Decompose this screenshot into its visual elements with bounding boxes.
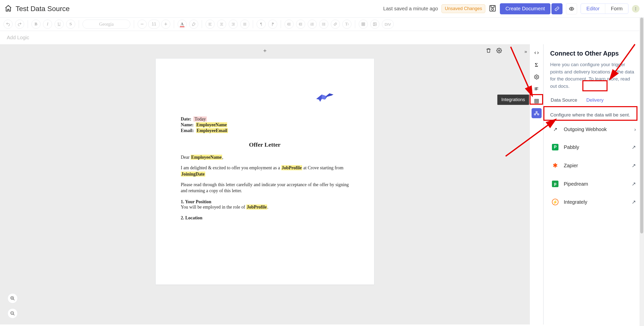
rtl-button[interactable]: ¶ — [268, 20, 277, 29]
logic-toolbar: Add Logic — [0, 31, 644, 44]
doc-heading-1-line: You will be employed in the role of JobP… — [181, 205, 349, 210]
svg-point-13 — [498, 50, 500, 51]
create-document-button[interactable]: Create Document — [500, 3, 550, 14]
var-employee-name[interactable]: EmployeeName — [196, 122, 227, 127]
zoom-out-button[interactable] — [8, 308, 18, 318]
segmented-editor[interactable]: Editor — [581, 4, 605, 14]
chevron-right-icon: › — [634, 127, 636, 132]
table-button[interactable] — [359, 20, 368, 29]
var-today[interactable]: Today — [193, 116, 207, 121]
collapse-panel-button[interactable]: » — [524, 49, 526, 54]
rail-code-icon[interactable] — [532, 48, 542, 58]
separator — [174, 20, 174, 28]
ltr-button[interactable]: ¶ — [257, 20, 266, 29]
doc-name-line: Name: EmployeeName — [181, 122, 349, 128]
redo-button[interactable] — [15, 20, 24, 29]
integration-outgoing-webhook[interactable]: ↗ Outgoing Webhook › — [550, 123, 637, 136]
delete-icon[interactable] — [486, 48, 491, 54]
svg-point-22 — [534, 114, 536, 115]
page-settings-icon[interactable] — [496, 48, 502, 54]
align-right-button[interactable] — [229, 20, 238, 29]
text-style-button[interactable]: TI — [342, 20, 351, 29]
svg-point-6 — [635, 10, 636, 10]
document-page[interactable]: Date: Today Name: EmployeeName Email: Em… — [155, 58, 374, 285]
integrately-icon: ⚡ — [552, 199, 559, 205]
image-button[interactable] — [370, 20, 379, 29]
save-icon[interactable] — [489, 5, 496, 13]
pipedream-icon: p — [552, 181, 559, 187]
svg-rect-1 — [491, 5, 494, 7]
indent-decrease-button[interactable] — [285, 20, 294, 29]
rail-settings-icon[interactable] — [532, 72, 542, 82]
align-center-button[interactable] — [217, 20, 226, 29]
italic-button[interactable]: I — [43, 20, 52, 29]
align-justify-button[interactable] — [240, 20, 249, 29]
more-menu-button[interactable] — [632, 5, 639, 13]
integration-pipedream[interactable]: p Pipedream ↗ — [550, 177, 637, 191]
main-area: ＋ » Date: Today Name: EmployeeName Email… — [0, 44, 644, 324]
integration-pabbly[interactable]: P Pabbly ↗ — [550, 140, 637, 154]
strikethrough-button[interactable]: S — [66, 20, 75, 29]
undo-button[interactable] — [4, 20, 13, 29]
tab-delivery[interactable]: Delivery — [586, 96, 604, 106]
underline-button[interactable]: U — [55, 20, 64, 29]
highlight-color-button[interactable] — [189, 20, 198, 29]
indent-increase-button[interactable] — [296, 20, 305, 29]
doc-title: Offer Letter — [181, 141, 349, 148]
external-link-icon: ↗ — [632, 181, 636, 187]
var-job-profile[interactable]: JobProfile — [281, 165, 302, 170]
add-page-button[interactable]: ＋ — [262, 47, 268, 58]
integration-integrately[interactable]: ⚡ Integrately ↗ — [550, 195, 637, 209]
separator — [355, 20, 355, 28]
preview-button[interactable] — [566, 3, 577, 14]
separator — [134, 20, 134, 28]
tab-data-source[interactable]: Data Source — [550, 96, 578, 106]
page-scrollbar[interactable] — [639, 18, 644, 326]
zoom-in-button[interactable] — [8, 293, 18, 303]
font-size-display[interactable]: 11 — [148, 20, 160, 29]
segmented-form[interactable]: Form — [605, 4, 628, 14]
font-size-group: − 11 + — [138, 20, 170, 29]
link-button[interactable] — [331, 20, 340, 29]
external-link-icon: ↗ — [632, 199, 636, 205]
svg-point-19 — [536, 76, 537, 78]
svg-rect-10 — [362, 23, 365, 26]
var-employee-email[interactable]: EmployeeEmail — [196, 128, 228, 133]
text-color-button[interactable]: A — [178, 20, 187, 29]
canvas-actions: ＋ » — [0, 47, 530, 58]
separator — [281, 20, 281, 28]
doc-date-line: Date: Today — [181, 116, 349, 122]
rail-table-icon[interactable] — [532, 96, 542, 106]
last-saved-text: Last saved a minute ago — [383, 6, 438, 12]
ordered-list-button[interactable] — [308, 20, 317, 29]
integration-zapier[interactable]: ✱ Zapier ↗ — [550, 158, 637, 173]
div-block-button[interactable]: DIV — [382, 20, 394, 29]
svg-point-9 — [322, 25, 323, 25]
unordered-list-button[interactable] — [319, 20, 328, 29]
document-title[interactable]: Test Data Source — [16, 5, 70, 13]
doc-email-line: Email: EmployeeEmail — [181, 128, 349, 133]
font-size-increase[interactable]: + — [161, 20, 170, 29]
font-size-decrease[interactable]: − — [138, 20, 147, 29]
svg-point-12 — [374, 23, 375, 24]
bold-button[interactable]: B — [31, 20, 41, 29]
doc-para-1: I am delighted & excited to offer you em… — [181, 165, 349, 177]
top-bar-left: Test Data Source — [5, 5, 70, 13]
rail-sigma-icon[interactable]: Σ — [532, 60, 542, 70]
svg-point-23 — [537, 114, 539, 115]
external-link-icon: ↗ — [632, 162, 636, 169]
panel-title: Connect to Other Apps — [550, 50, 637, 57]
share-link-button[interactable] — [551, 3, 562, 14]
var-employee-name-2[interactable]: EmployeeName — [191, 155, 222, 160]
font-family-select[interactable]: Georgia — [83, 20, 130, 29]
configure-text: Configure where the data will be sent. — [550, 112, 637, 118]
home-icon[interactable] — [5, 5, 12, 13]
align-left-button[interactable] — [206, 20, 215, 29]
var-job-profile-2[interactable]: JobProfile — [246, 205, 267, 210]
add-logic-button[interactable]: Add Logic — [4, 32, 32, 43]
rail-integrations-icon[interactable] — [532, 108, 542, 118]
rail-if-icon[interactable]: IF — [532, 84, 542, 94]
var-joining-date[interactable]: JoiningDate — [181, 172, 205, 177]
zoom-controls — [8, 293, 18, 318]
separator — [79, 20, 79, 28]
